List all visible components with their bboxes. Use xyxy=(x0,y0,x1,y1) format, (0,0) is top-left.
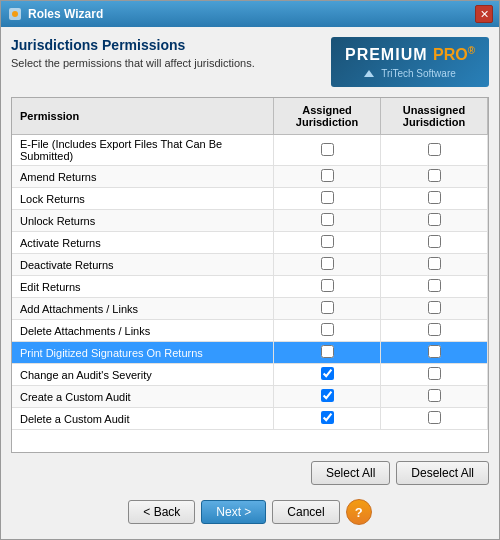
tritech-text: TriTech Software xyxy=(381,68,456,79)
logo-pro: PRO® xyxy=(433,46,475,63)
unassigned-checkbox[interactable] xyxy=(428,235,441,248)
assigned-checkbox[interactable] xyxy=(321,301,334,314)
assigned-checkbox[interactable] xyxy=(321,257,334,270)
table-row: Deactivate Returns xyxy=(12,254,488,276)
permission-label: Print Digitized Signatures On Returns xyxy=(12,342,274,364)
assigned-checkbox[interactable] xyxy=(321,191,334,204)
col-unassigned: UnassignedJurisdiction xyxy=(381,98,488,135)
permission-label: Activate Returns xyxy=(12,232,274,254)
header-text: Jurisdictions Permissions Select the per… xyxy=(11,37,331,87)
header-title: Jurisdictions Permissions xyxy=(11,37,331,53)
assigned-cell[interactable] xyxy=(274,320,381,342)
assigned-cell[interactable] xyxy=(274,166,381,188)
table-row: E-File (Includes Export Files That Can B… xyxy=(12,135,488,166)
deselect-all-button[interactable]: Deselect All xyxy=(396,461,489,485)
unassigned-checkbox[interactable] xyxy=(428,143,441,156)
table-row: Amend Returns xyxy=(12,166,488,188)
assigned-checkbox[interactable] xyxy=(321,235,334,248)
unassigned-cell[interactable] xyxy=(381,276,488,298)
permission-label: Delete a Custom Audit xyxy=(12,408,274,430)
table-row: Add Attachments / Links xyxy=(12,298,488,320)
assigned-checkbox[interactable] xyxy=(321,411,334,424)
assigned-checkbox[interactable] xyxy=(321,345,334,358)
tritech-triangle-icon xyxy=(364,70,374,77)
back-button[interactable]: < Back xyxy=(128,500,195,524)
permission-label: Edit Returns xyxy=(12,276,274,298)
assigned-cell[interactable] xyxy=(274,386,381,408)
logo-tritech: TriTech Software xyxy=(345,68,475,79)
assigned-cell[interactable] xyxy=(274,364,381,386)
content-area: Jurisdictions Permissions Select the per… xyxy=(1,27,499,539)
table-row: Unlock Returns xyxy=(12,210,488,232)
assigned-checkbox[interactable] xyxy=(321,367,334,380)
header-logo: PREMIUM PRO® TriTech Software xyxy=(331,37,489,87)
assigned-cell[interactable] xyxy=(274,210,381,232)
svg-point-1 xyxy=(12,11,18,17)
assigned-cell[interactable] xyxy=(274,232,381,254)
roles-wizard-window: Roles Wizard ✕ Jurisdictions Permissions… xyxy=(0,0,500,540)
table-row: Print Digitized Signatures On Returns xyxy=(12,342,488,364)
unassigned-checkbox[interactable] xyxy=(428,191,441,204)
table-row: Edit Returns xyxy=(12,276,488,298)
table-row: Delete a Custom Audit xyxy=(12,408,488,430)
unassigned-checkbox[interactable] xyxy=(428,301,441,314)
table-body: E-File (Includes Export Files That Can B… xyxy=(12,135,488,430)
header-row: Jurisdictions Permissions Select the per… xyxy=(11,37,489,87)
assigned-checkbox[interactable] xyxy=(321,213,334,226)
col-permission: Permission xyxy=(12,98,274,135)
unassigned-cell[interactable] xyxy=(381,166,488,188)
permission-label: Create a Custom Audit xyxy=(12,386,274,408)
permission-label: Change an Audit's Severity xyxy=(12,364,274,386)
unassigned-cell[interactable] xyxy=(381,188,488,210)
assigned-checkbox[interactable] xyxy=(321,143,334,156)
permissions-table-container: Permission AssignedJurisdiction Unassign… xyxy=(11,97,489,453)
unassigned-cell[interactable] xyxy=(381,408,488,430)
next-button[interactable]: Next > xyxy=(201,500,266,524)
unassigned-cell[interactable] xyxy=(381,210,488,232)
unassigned-checkbox[interactable] xyxy=(428,323,441,336)
assigned-checkbox[interactable] xyxy=(321,279,334,292)
unassigned-cell[interactable] xyxy=(381,135,488,166)
unassigned-cell[interactable] xyxy=(381,320,488,342)
unassigned-checkbox[interactable] xyxy=(428,257,441,270)
unassigned-cell[interactable] xyxy=(381,342,488,364)
unassigned-checkbox[interactable] xyxy=(428,367,441,380)
select-all-button[interactable]: Select All xyxy=(311,461,390,485)
unassigned-checkbox[interactable] xyxy=(428,213,441,226)
permission-label: Add Attachments / Links xyxy=(12,298,274,320)
logo-premium: PREMIUM xyxy=(345,46,433,63)
unassigned-cell[interactable] xyxy=(381,386,488,408)
assigned-cell[interactable] xyxy=(274,298,381,320)
table-row: Lock Returns xyxy=(12,188,488,210)
permission-label: Lock Returns xyxy=(12,188,274,210)
unassigned-cell[interactable] xyxy=(381,232,488,254)
assigned-checkbox[interactable] xyxy=(321,389,334,402)
unassigned-cell[interactable] xyxy=(381,298,488,320)
assigned-checkbox[interactable] xyxy=(321,323,334,336)
table-row: Create a Custom Audit xyxy=(12,386,488,408)
unassigned-checkbox[interactable] xyxy=(428,279,441,292)
unassigned-checkbox[interactable] xyxy=(428,345,441,358)
permissions-table: Permission AssignedJurisdiction Unassign… xyxy=(12,98,488,430)
assigned-cell[interactable] xyxy=(274,408,381,430)
assigned-cell[interactable] xyxy=(274,342,381,364)
table-row: Delete Attachments / Links xyxy=(12,320,488,342)
unassigned-cell[interactable] xyxy=(381,254,488,276)
assigned-checkbox[interactable] xyxy=(321,169,334,182)
help-button[interactable]: ? xyxy=(346,499,372,525)
unassigned-checkbox[interactable] xyxy=(428,411,441,424)
logo-text: PREMIUM PRO® xyxy=(345,45,475,64)
unassigned-checkbox[interactable] xyxy=(428,169,441,182)
cancel-button[interactable]: Cancel xyxy=(272,500,339,524)
close-button[interactable]: ✕ xyxy=(475,5,493,23)
unassigned-cell[interactable] xyxy=(381,364,488,386)
select-all-row: Select All Deselect All xyxy=(11,461,489,485)
wizard-icon xyxy=(7,6,23,22)
assigned-cell[interactable] xyxy=(274,276,381,298)
assigned-cell[interactable] xyxy=(274,254,381,276)
unassigned-checkbox[interactable] xyxy=(428,389,441,402)
assigned-cell[interactable] xyxy=(274,188,381,210)
permission-label: Delete Attachments / Links xyxy=(12,320,274,342)
title-bar-left: Roles Wizard xyxy=(7,6,103,22)
assigned-cell[interactable] xyxy=(274,135,381,166)
